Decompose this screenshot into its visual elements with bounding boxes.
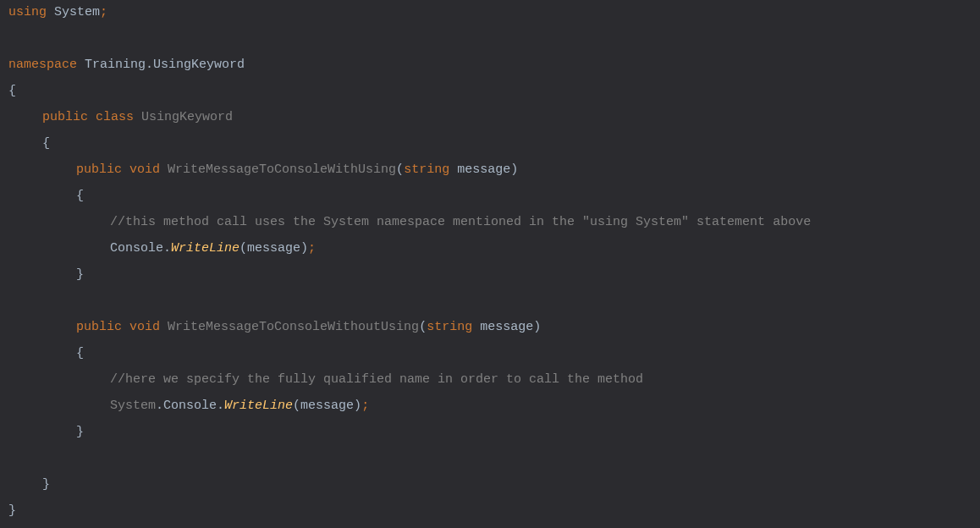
open-paren: (	[239, 236, 247, 262]
parameter-name: message	[480, 315, 533, 341]
open-brace: {	[76, 184, 84, 210]
code-line[interactable]: public class UsingKeyword	[0, 105, 980, 131]
open-brace: {	[76, 341, 84, 367]
close-paren: )	[510, 157, 518, 184]
keyword-class: class	[96, 105, 134, 131]
dot: .	[163, 236, 171, 262]
close-brace: }	[76, 420, 84, 446]
keyword-public: public	[76, 157, 122, 184]
keyword-namespace: namespace	[8, 52, 77, 79]
method-declaration: WriteMessageToConsoleWithUsing	[168, 157, 396, 184]
keyword-public: public	[42, 105, 88, 131]
code-line[interactable]: }	[0, 420, 980, 446]
code-line-empty[interactable]	[0, 26, 980, 52]
parameter-ref: message	[247, 236, 300, 262]
code-line[interactable]: Console.WriteLine(message);	[0, 236, 980, 262]
namespace-name: Training.UsingKeyword	[85, 52, 245, 79]
code-line[interactable]: }	[0, 262, 980, 289]
method-call: WriteLine	[171, 236, 239, 262]
code-line-empty[interactable]	[0, 446, 980, 472]
parameter-name: message	[457, 157, 510, 184]
code-line[interactable]: {	[0, 79, 980, 105]
code-line[interactable]: namespace Training.UsingKeyword	[0, 52, 980, 79]
open-paren: (	[293, 393, 300, 420]
open-paren: (	[419, 315, 427, 341]
dot: .	[156, 393, 163, 420]
method-call: WriteLine	[224, 393, 293, 420]
code-line[interactable]: using System;	[0, 0, 980, 26]
class-name: UsingKeyword	[141, 105, 233, 131]
code-line-empty[interactable]	[0, 289, 980, 315]
close-paren: )	[354, 393, 361, 420]
comment: //this method call uses the System names…	[110, 210, 811, 236]
code-line[interactable]: //this method call uses the System names…	[0, 210, 980, 236]
comment: //here we specify the fully qualified na…	[110, 367, 643, 393]
keyword-string: string	[427, 315, 472, 341]
identifier-system: System	[110, 393, 156, 420]
identifier-console: Console	[110, 236, 163, 262]
keyword-using: using	[8, 0, 47, 26]
close-paren: )	[300, 236, 308, 262]
keyword-void: void	[129, 315, 160, 341]
semicolon: ;	[100, 0, 107, 26]
parameter-ref: message	[300, 393, 354, 420]
code-line[interactable]: }	[0, 472, 980, 498]
code-line[interactable]: //here we specify the fully qualified na…	[0, 367, 980, 393]
code-line[interactable]: {	[0, 131, 980, 157]
code-line[interactable]: {	[0, 341, 980, 367]
close-brace: }	[42, 472, 50, 498]
method-declaration: WriteMessageToConsoleWithoutUsing	[168, 315, 419, 341]
semicolon: ;	[361, 393, 369, 420]
code-line[interactable]: public void WriteMessageToConsoleWithout…	[0, 315, 980, 341]
identifier-system: System	[54, 0, 100, 26]
semicolon: ;	[308, 236, 316, 262]
open-brace: {	[8, 79, 16, 105]
code-line[interactable]: public void WriteMessageToConsoleWithUsi…	[0, 157, 980, 184]
close-brace: }	[76, 262, 84, 289]
code-line[interactable]: {	[0, 184, 980, 210]
code-line[interactable]: }	[0, 498, 980, 525]
keyword-void: void	[129, 157, 160, 184]
open-brace: {	[42, 131, 50, 157]
close-paren: )	[533, 315, 541, 341]
dot: .	[217, 393, 224, 420]
code-editor[interactable]: using System; namespace Training.UsingKe…	[0, 0, 980, 525]
keyword-string: string	[404, 157, 449, 184]
keyword-public: public	[76, 315, 122, 341]
identifier-console: Console	[163, 393, 217, 420]
close-brace: }	[8, 498, 16, 525]
open-paren: (	[396, 157, 404, 184]
code-line[interactable]: System.Console.WriteLine(message);	[0, 393, 980, 420]
